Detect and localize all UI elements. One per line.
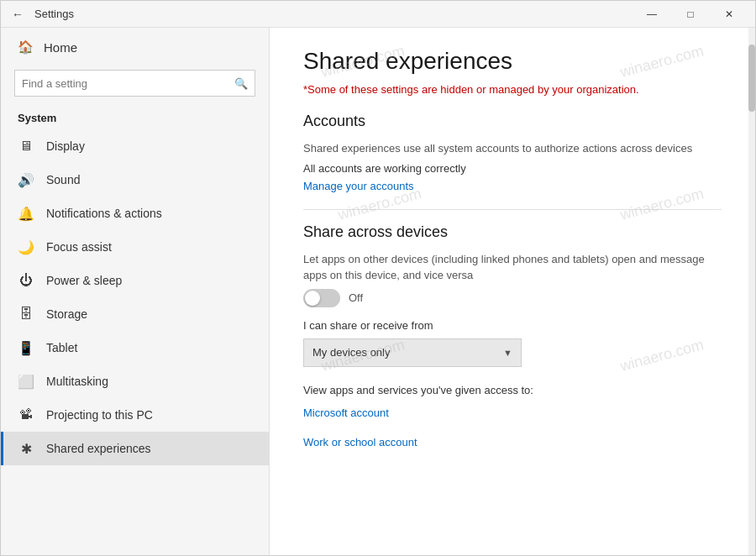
- dropdown-value: My devices only: [312, 346, 390, 359]
- watermark-6: winaero.com: [618, 336, 706, 375]
- home-icon: 🏠: [18, 39, 34, 55]
- sidebar-label-sound: Sound: [46, 173, 80, 186]
- sidebar-item-notifications[interactable]: 🔔 Notifications & actions: [1, 197, 269, 230]
- sound-icon: 🔊: [18, 171, 34, 188]
- manage-accounts-link[interactable]: Manage your accounts: [303, 180, 722, 192]
- apps-access-label: View apps and services you've given acce…: [303, 384, 722, 396]
- toggle-knob: [305, 291, 320, 306]
- sidebar-label-notifications: Notifications & actions: [46, 207, 162, 220]
- share-section-title: Share across devices: [303, 223, 722, 241]
- shared-icon: ✱: [18, 440, 34, 457]
- tablet-icon: 📱: [18, 339, 34, 356]
- sidebar: 🏠 Home 🔍 System 🖥 Display 🔊 Sound 🔔 Noti…: [1, 28, 270, 555]
- sidebar-label-projecting: Projecting to this PC: [46, 408, 153, 422]
- minimize-button[interactable]: —: [633, 1, 671, 28]
- scrollbar-thumb[interactable]: [748, 45, 755, 112]
- sidebar-item-storage[interactable]: 🗄 Storage: [1, 297, 269, 331]
- accounts-status: All accounts are working correctly: [303, 162, 722, 175]
- window-controls: — □ ✕: [633, 1, 748, 28]
- storage-icon: 🗄: [18, 306, 34, 323]
- display-icon: 🖥: [18, 138, 34, 155]
- share-toggle[interactable]: [303, 289, 340, 307]
- accounts-description: Shared experiences use all system accoun…: [303, 140, 722, 157]
- sidebar-item-shared[interactable]: ✱ Shared experiences: [1, 432, 269, 465]
- power-icon: ⏻: [18, 272, 34, 289]
- sidebar-label-storage: Storage: [46, 307, 87, 321]
- devices-dropdown[interactable]: My devices only ▼: [303, 338, 522, 367]
- sidebar-section-title: System: [1, 103, 269, 129]
- search-input[interactable]: [22, 77, 234, 90]
- content-area: 🏠 Home 🔍 System 🖥 Display 🔊 Sound 🔔 Noti…: [1, 28, 755, 555]
- accounts-section-title: Accounts: [303, 113, 722, 130]
- sidebar-item-home[interactable]: 🏠 Home: [1, 28, 269, 66]
- sidebar-label-focus: Focus assist: [46, 240, 112, 254]
- share-description: Let apps on other devices (including lin…: [303, 251, 722, 284]
- sidebar-label-tablet: Tablet: [46, 341, 77, 354]
- sidebar-item-multitasking[interactable]: ⬜ Multitasking: [1, 365, 269, 398]
- section-divider: [303, 209, 722, 210]
- sidebar-item-projecting[interactable]: 📽 Projecting to this PC: [1, 398, 269, 432]
- title-bar: ← Settings — □ ✕: [1, 1, 755, 28]
- settings-window: ← Settings — □ ✕ 🏠 Home 🔍 System 🖥 Displ…: [0, 0, 756, 556]
- sidebar-search-box[interactable]: 🔍: [14, 70, 255, 97]
- sidebar-item-power[interactable]: ⏻ Power & sleep: [1, 264, 269, 297]
- sidebar-label-display: Display: [46, 139, 85, 153]
- sidebar-label-power: Power & sleep: [46, 274, 122, 287]
- multitasking-icon: ⬜: [18, 373, 34, 390]
- sidebar-label-multitasking: Multitasking: [46, 375, 108, 388]
- focus-icon: 🌙: [18, 239, 34, 255]
- page-title: Shared experiences: [303, 48, 722, 75]
- notifications-icon: 🔔: [18, 205, 34, 222]
- sidebar-home-label: Home: [44, 40, 77, 55]
- share-toggle-row: Off: [303, 289, 722, 307]
- sidebar-item-tablet[interactable]: 📱 Tablet: [1, 331, 269, 365]
- work-school-account-link[interactable]: Work or school account: [303, 436, 722, 448]
- sidebar-item-sound[interactable]: 🔊 Sound: [1, 163, 269, 197]
- scrollbar[interactable]: [748, 28, 755, 555]
- projecting-icon: 📽: [18, 407, 34, 423]
- microsoft-account-link[interactable]: Microsoft account: [303, 407, 722, 419]
- sidebar-item-focus[interactable]: 🌙 Focus assist: [1, 230, 269, 264]
- maximize-button[interactable]: □: [671, 1, 710, 28]
- dropdown-label: I can share or receive from: [303, 319, 722, 332]
- close-button[interactable]: ✕: [710, 1, 748, 28]
- window-title: Settings: [34, 8, 633, 20]
- main-content: winaero.com winaero.com winaero.com wina…: [270, 28, 755, 555]
- toggle-label: Off: [349, 291, 363, 304]
- back-button[interactable]: ←: [8, 4, 28, 24]
- search-icon: 🔍: [234, 77, 248, 90]
- sidebar-label-shared: Shared experiences: [46, 442, 151, 455]
- org-warning: *Some of these settings are hidden or ma…: [303, 83, 722, 96]
- sidebar-item-display[interactable]: 🖥 Display: [1, 129, 269, 163]
- dropdown-arrow-icon: ▼: [503, 348, 512, 358]
